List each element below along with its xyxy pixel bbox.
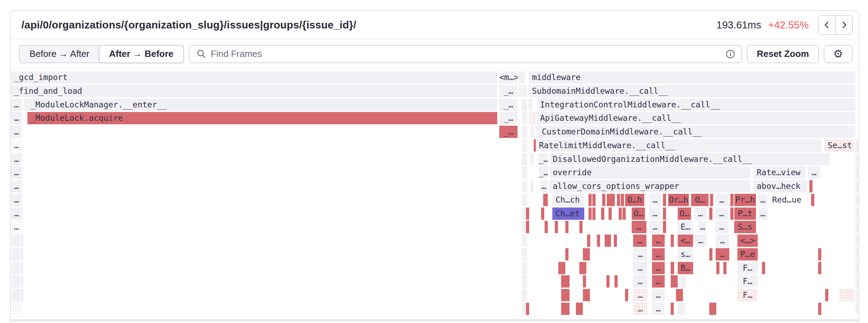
flame-frame[interactable] xyxy=(561,275,570,288)
flame-frame[interactable] xyxy=(522,262,527,274)
flame-frame[interactable]: RatelimitMiddleware.__call__ xyxy=(536,139,822,152)
flame-frame[interactable] xyxy=(709,207,712,220)
flame-frame[interactable] xyxy=(671,262,674,274)
flame-frame[interactable] xyxy=(597,235,600,247)
flame-frame[interactable] xyxy=(579,221,583,233)
flame-frame[interactable]: B… xyxy=(678,262,693,274)
flame-frame[interactable] xyxy=(522,153,527,165)
flame-frame[interactable]: override xyxy=(550,166,750,179)
flame-frame[interactable]: … xyxy=(652,289,665,301)
flame-frame[interactable] xyxy=(619,207,622,220)
flame-frame[interactable] xyxy=(809,180,813,192)
flame-frame[interactable] xyxy=(709,303,716,315)
flame-frame[interactable] xyxy=(522,194,527,206)
flame-frame[interactable] xyxy=(523,85,527,97)
prev-button[interactable] xyxy=(818,16,835,34)
flame-frame[interactable] xyxy=(855,248,859,261)
flame-frame[interactable] xyxy=(522,180,527,192)
flame-frame[interactable]: O… xyxy=(691,194,709,206)
flame-frame[interactable]: SubdomainMiddleware.__call__ xyxy=(529,85,855,97)
flame-frame[interactable] xyxy=(526,221,529,233)
flame-frame[interactable] xyxy=(592,207,596,220)
flame-frame[interactable] xyxy=(818,303,821,315)
flame-frame[interactable] xyxy=(530,126,534,138)
flame-frame[interactable]: <m…> xyxy=(499,71,518,84)
flame-frame[interactable]: … xyxy=(649,194,661,206)
flame-frame[interactable] xyxy=(855,194,859,206)
flame-frame[interactable] xyxy=(565,248,568,261)
flame-frame[interactable] xyxy=(20,235,24,247)
flame-frame[interactable]: … xyxy=(649,207,661,220)
flame-frame[interactable]: … xyxy=(633,289,647,301)
flame-frame[interactable] xyxy=(716,262,719,274)
flame-frame[interactable] xyxy=(12,248,20,261)
flame-frame[interactable] xyxy=(526,207,529,220)
flame-frame[interactable]: allow_cors_options_wrapper xyxy=(550,180,750,192)
flame-frame[interactable]: … xyxy=(758,207,767,220)
flame-frame[interactable] xyxy=(606,275,610,288)
flame-frame[interactable]: … xyxy=(540,180,548,192)
flame-frame[interactable] xyxy=(855,153,859,165)
flame-frame[interactable] xyxy=(20,262,24,274)
flame-frame[interactable] xyxy=(529,99,532,111)
flame-frame[interactable] xyxy=(530,180,533,192)
flame-frame[interactable]: S…s xyxy=(734,221,756,233)
flame-frame[interactable]: _… xyxy=(539,166,548,179)
flame-frame[interactable] xyxy=(587,235,590,247)
flame-frame[interactable] xyxy=(519,71,525,84)
flame-frame[interactable]: _ModuleLock.acquire xyxy=(27,112,497,124)
flame-frame[interactable]: … xyxy=(11,180,22,192)
flame-frame[interactable]: … xyxy=(11,139,22,152)
flame-frame[interactable]: … xyxy=(633,275,647,288)
info-icon[interactable] xyxy=(725,49,736,59)
flame-frame[interactable] xyxy=(592,194,596,206)
flame-frame[interactable] xyxy=(522,126,527,138)
flame-frame[interactable]: middleware xyxy=(529,71,855,84)
flame-frame[interactable] xyxy=(855,166,859,179)
settings-button[interactable]: ⚙ xyxy=(824,45,853,63)
flame-frame[interactable] xyxy=(623,207,626,220)
flame-frame[interactable] xyxy=(671,275,678,288)
flame-frame[interactable] xyxy=(561,289,570,301)
flame-frame[interactable] xyxy=(522,289,527,301)
flame-frame[interactable] xyxy=(723,262,726,274)
flame-frame[interactable]: _… xyxy=(499,99,518,111)
flame-frame[interactable] xyxy=(710,194,713,206)
flame-frame[interactable]: <…> xyxy=(737,235,758,247)
flame-frame[interactable]: E… xyxy=(678,221,693,233)
flame-frame[interactable] xyxy=(617,194,620,206)
flame-frame[interactable] xyxy=(663,221,666,233)
flame-frame[interactable] xyxy=(663,207,666,220)
flame-frame[interactable] xyxy=(522,99,527,111)
flame-frame[interactable]: P…e xyxy=(737,248,758,261)
flame-frame[interactable]: … xyxy=(652,303,665,315)
flame-frame[interactable]: … xyxy=(716,248,729,261)
flame-frame[interactable]: O…h xyxy=(625,194,644,206)
flame-frame[interactable] xyxy=(625,289,628,301)
flame-frame[interactable]: … xyxy=(715,221,728,233)
flame-frame[interactable] xyxy=(522,235,527,247)
flame-frame[interactable] xyxy=(583,248,590,261)
flame-frame[interactable] xyxy=(20,248,24,261)
flame-frame[interactable] xyxy=(522,139,527,152)
flame-frame[interactable] xyxy=(522,275,527,288)
flame-frame[interactable] xyxy=(605,235,611,247)
flame-frame[interactable] xyxy=(526,303,529,315)
flame-frame[interactable]: … xyxy=(652,262,665,274)
flame-frame[interactable]: s… xyxy=(678,248,693,261)
flame-frame[interactable] xyxy=(811,194,814,206)
flame-frame[interactable]: <… xyxy=(678,235,693,247)
flame-frame[interactable] xyxy=(522,248,527,261)
flame-frame[interactable] xyxy=(555,221,558,233)
flame-frame[interactable]: … xyxy=(633,248,647,261)
flame-frame[interactable] xyxy=(522,112,527,124)
flame-frame[interactable]: P…t xyxy=(734,207,756,220)
flame-frame[interactable] xyxy=(533,112,536,124)
flame-frame[interactable] xyxy=(671,303,674,315)
flame-frame[interactable] xyxy=(730,207,734,220)
flame-frame[interactable]: IntegrationControlMiddleware.__call__ xyxy=(537,99,855,111)
flame-frame[interactable]: … xyxy=(715,194,728,206)
flame-frame[interactable]: Ch…et xyxy=(552,207,584,220)
flame-frame[interactable]: … xyxy=(11,194,22,206)
find-frames-input[interactable]: Find Frames xyxy=(189,45,742,63)
